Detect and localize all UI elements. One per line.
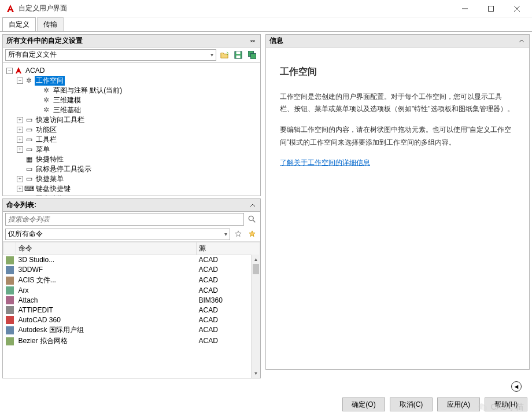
svg-rect-5 (237, 51, 241, 53)
ok-button[interactable]: 确定(O) (342, 397, 385, 411)
command-filter-select[interactable]: 仅所有命令 ▾ (5, 229, 230, 240)
open-icon[interactable] (219, 49, 230, 61)
table-row[interactable]: 3D Studio...ACAD (3, 255, 260, 265)
help-icon[interactable]: ◄ (511, 381, 522, 392)
tree-node[interactable]: 三维基础 (52, 105, 82, 115)
table-row[interactable]: 3DDWFACAD (3, 265, 260, 275)
cmd-src: ACAD (197, 265, 260, 275)
cmd-name: Bezier 拟合网格 (16, 336, 197, 347)
cmd-src: ACAD (197, 275, 260, 286)
chevron-down-icon: ▾ (224, 231, 227, 237)
new-command-icon[interactable] (232, 229, 244, 240)
expander-icon[interactable]: − (6, 68, 13, 74)
cmd-name: ACIS 文件... (16, 275, 197, 286)
save-icon[interactable] (232, 49, 244, 61)
cmd-name: AutoCAD 360 (16, 315, 197, 325)
tab-customize[interactable]: 自定义 (2, 17, 36, 31)
panel-title: 命令列表: (6, 200, 36, 210)
cmd-src: ACAD (197, 286, 260, 296)
table-row[interactable]: ArxACAD (3, 286, 260, 296)
tree-node[interactable]: 菜单 (35, 145, 51, 154)
tree-node[interactable]: 三维建模 (52, 95, 82, 105)
ribbon-icon: ▭ (25, 126, 33, 134)
tree-node[interactable]: 草图与注释 默认(当前) (52, 86, 123, 95)
tree-node[interactable]: 双击动作 (35, 194, 65, 196)
expander-icon[interactable]: − (17, 78, 23, 84)
apply-button[interactable]: 应用(A) (437, 397, 480, 411)
app-icon (14, 67, 23, 75)
expander-icon[interactable]: + (17, 186, 23, 192)
chevron-up-icon[interactable] (518, 37, 526, 45)
help-button[interactable]: 帮助(H) (485, 397, 527, 411)
col-source[interactable]: 源 (197, 242, 260, 255)
dblclick-icon: ▭ (25, 194, 33, 196)
tree-node[interactable]: 快速访问工具栏 (35, 115, 86, 125)
search-input[interactable] (5, 213, 244, 226)
table-row[interactable]: AutoCAD 360ACAD (3, 315, 260, 325)
table-row[interactable]: AttachBIM360 (3, 295, 260, 305)
tree-node[interactable]: 工具栏 (35, 135, 58, 145)
scroll-up-icon[interactable]: ▲ (252, 255, 260, 264)
close-button[interactable] (504, 1, 530, 17)
panel-header[interactable]: 命令列表: (3, 199, 260, 212)
tree-node[interactable]: 键盘快捷键 (35, 184, 72, 194)
table-row[interactable]: ACIS 文件...ACAD (3, 275, 260, 286)
gear-icon: ✲ (42, 96, 50, 104)
tree-node[interactable]: 功能区 (35, 125, 58, 135)
tree-node[interactable]: 快捷菜单 (35, 174, 65, 184)
panel-title: 所有文件中的自定义设置 (6, 36, 83, 46)
gear-icon: ✲ (42, 106, 50, 114)
tree-workspace[interactable]: 工作空间 (35, 76, 65, 86)
tree-node[interactable]: 快捷特性 (35, 154, 65, 164)
col-command[interactable]: 命令 (16, 242, 197, 255)
scroll-down-icon[interactable]: ▼ (252, 369, 260, 378)
scroll-thumb[interactable] (253, 264, 259, 274)
toolbar-icon: ▭ (25, 135, 33, 143)
info-paragraph: 工作空间是您创建的用户界面配置。对于每个工作空间，您可以显示工具栏、按钮、菜单或… (280, 91, 515, 116)
cmd-name: 3DDWF (16, 265, 197, 275)
cancel-button[interactable]: 取消(C) (390, 397, 433, 411)
tooltip-icon: ▭ (25, 165, 33, 173)
expander-icon[interactable]: + (17, 137, 23, 143)
titlebar: 自定义用户界面 (0, 0, 532, 17)
maximize-button[interactable] (478, 1, 504, 17)
table-row[interactable]: ATTIPEDITACAD (3, 305, 260, 315)
cmd-src: ACAD (197, 315, 260, 325)
expander-icon[interactable]: + (17, 196, 23, 196)
filter-select[interactable]: 所有自定义文件 ▾ (5, 49, 216, 61)
chevron-up-icon[interactable] (249, 37, 257, 45)
cmd-src: ACAD (197, 336, 260, 347)
expander-icon[interactable]: + (17, 127, 23, 133)
panel-header[interactable]: 所有文件中的自定义设置 (3, 35, 260, 47)
info-link[interactable]: 了解关于工作空间的详细信息 (280, 159, 370, 167)
tab-transfer[interactable]: 传输 (37, 17, 64, 31)
filter-value: 所有自定义文件 (8, 50, 57, 60)
command-table[interactable]: 命令 源 3D Studio...ACAD3DDWFACADACIS 文件...… (3, 242, 260, 378)
cmd-src: ACAD (197, 305, 260, 315)
search-icon[interactable] (246, 213, 258, 225)
menu-icon: ▭ (25, 145, 33, 153)
favorite-icon[interactable] (246, 229, 258, 240)
menu-icon: ▭ (25, 175, 33, 183)
customization-tree[interactable]: −ACAD −✲工作空间 ✲草图与注释 默认(当前) ✲三维建模 ✲三维基础 +… (3, 62, 260, 196)
info-paragraph: 要编辑工作空间的内容，请在树状图中拖动元素。也可以使用"自定义工作空间"模式的工… (280, 124, 515, 149)
cmd-src: ACAD (197, 255, 260, 265)
tabs: 自定义 传输 (0, 17, 532, 31)
table-row[interactable]: Autodesk 国际用户组ACAD (3, 325, 260, 336)
expander-icon[interactable]: + (17, 176, 23, 182)
gear-icon: ✲ (25, 76, 33, 84)
tree-node[interactable]: 鼠标悬停工具提示 (35, 164, 93, 174)
table-row[interactable]: Bezier 拟合网格ACAD (3, 336, 260, 347)
scrollbar[interactable]: ▲ ▼ (251, 255, 260, 378)
expander-icon[interactable]: + (17, 117, 23, 123)
expander-icon[interactable]: + (17, 146, 23, 153)
keyboard-icon: ⌨ (25, 185, 33, 193)
panel-header[interactable]: 信息 (266, 35, 529, 47)
customizations-panel: 所有文件中的自定义设置 所有自定义文件 ▾ −ACAD −✲工作空间 ✲草图与注… (2, 34, 261, 196)
tree-root[interactable]: ACAD (24, 67, 46, 75)
cmd-src: BIM360 (197, 295, 260, 305)
minimize-button[interactable] (452, 1, 478, 17)
chevron-up-icon[interactable] (249, 201, 257, 209)
save-all-icon[interactable] (246, 49, 258, 61)
panel-title: 信息 (269, 36, 283, 46)
